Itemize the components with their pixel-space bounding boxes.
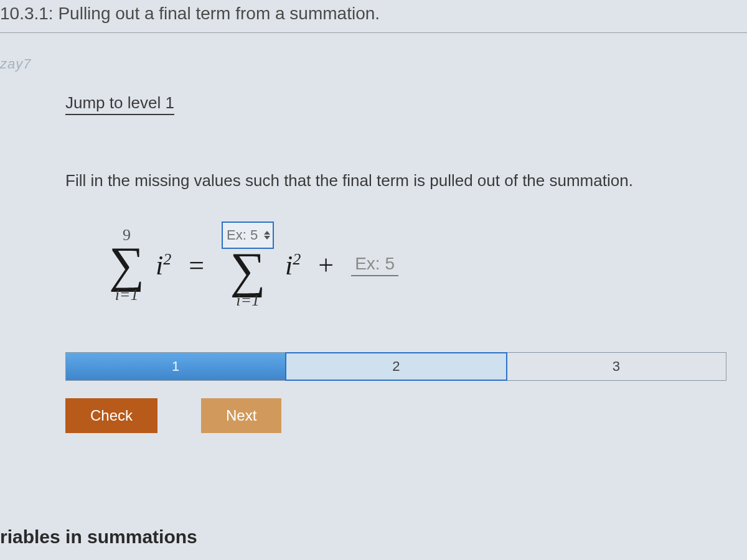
left-summation: 9 ∑ i=1: [109, 227, 144, 303]
left-term: i2: [156, 250, 171, 281]
term-base: i: [285, 250, 293, 281]
upper-bound-input[interactable]: [225, 226, 263, 244]
watermark: zay7: [0, 56, 31, 72]
jump-to-level-link[interactable]: Jump to level 1: [65, 93, 174, 115]
term-base: i: [156, 250, 163, 281]
progress-step-3[interactable]: 3: [507, 353, 726, 380]
term-exp: 2: [163, 250, 171, 268]
left-sum-lower: i=1: [115, 287, 139, 303]
activity-content: Jump to level 1 Fill in the missing valu…: [65, 93, 728, 433]
equals-sign: =: [182, 250, 210, 281]
term-exp: 2: [293, 250, 301, 268]
plus-sign: +: [312, 250, 340, 281]
next-section-heading-fragment: riables in summations: [0, 526, 197, 548]
right-term: i2: [285, 250, 301, 281]
activity-title: 10.3.1: Pulling out a final term from a …: [0, 0, 747, 33]
check-button[interactable]: Check: [65, 398, 157, 433]
number-stepper[interactable]: [264, 230, 270, 240]
right-summation: ∑ i=1: [222, 222, 274, 309]
progress-step-1[interactable]: 1: [66, 353, 286, 380]
trailing-term-input[interactable]: Ex: 5: [351, 254, 398, 276]
next-button[interactable]: Next: [201, 398, 281, 433]
right-sum-lower: i=1: [236, 292, 260, 309]
button-row: Check Next: [65, 398, 728, 433]
chevron-up-icon[interactable]: [264, 230, 270, 235]
instruction-text: Fill in the missing values such that the…: [65, 171, 728, 190]
chevron-down-icon[interactable]: [264, 235, 270, 240]
sigma-icon: ∑: [109, 245, 144, 284]
progress-step-2[interactable]: 2: [285, 352, 507, 381]
equation: 9 ∑ i=1 i2 = ∑ i=1 i2 +: [109, 222, 728, 309]
progress-bar: 1 2 3: [65, 352, 726, 381]
sigma-icon: ∑: [230, 250, 266, 290]
